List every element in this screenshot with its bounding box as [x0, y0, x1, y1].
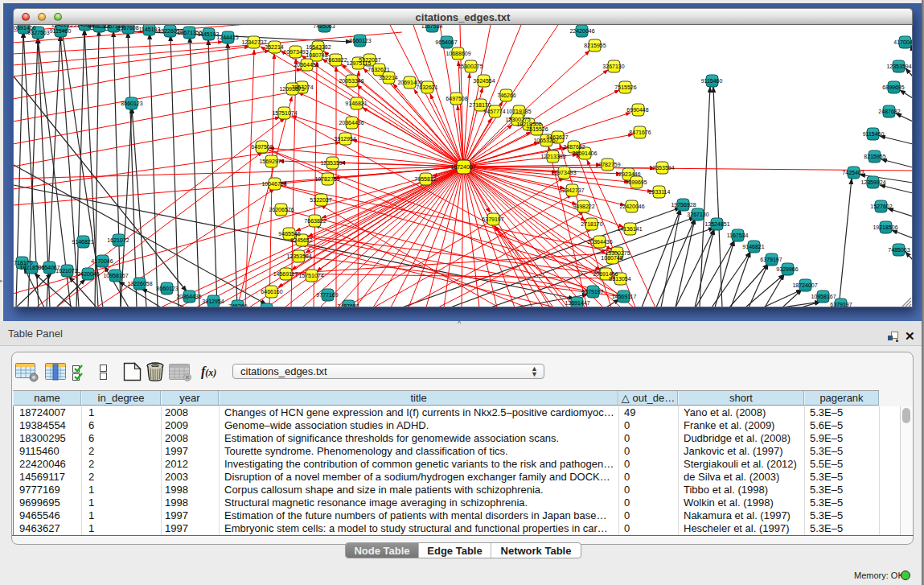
- svg-text:9457774: 9457774: [483, 109, 505, 114]
- svg-text:3267130: 3267130: [687, 212, 708, 217]
- svg-text:8471676: 8471676: [629, 130, 651, 135]
- svg-text:9115460: 9115460: [863, 131, 885, 137]
- svg-text:12353594: 12353594: [320, 160, 345, 166]
- svg-text:12342737: 12342737: [559, 187, 584, 193]
- svg-text:13226058: 13226058: [127, 281, 152, 286]
- svg-text:8660123: 8660123: [156, 286, 178, 291]
- svg-text:10782759: 10782759: [314, 176, 339, 182]
- svg-text:12359924: 12359924: [860, 179, 885, 185]
- svg-text:7663822: 7663822: [304, 218, 326, 224]
- svg-text:8660123: 8660123: [121, 101, 142, 106]
- svg-text:1080748: 1080748: [601, 255, 622, 261]
- svg-text:20691406: 20691406: [572, 150, 597, 156]
- svg-text:7425402: 7425402: [842, 170, 864, 175]
- svg-text:19756928: 19756928: [671, 202, 696, 208]
- svg-text:9465546: 9465546: [278, 231, 300, 237]
- svg-text:6379197: 6379197: [581, 289, 603, 295]
- svg-text:20364436: 20364436: [294, 62, 318, 68]
- svg-text:5322037: 5322037: [359, 57, 380, 63]
- svg-text:3912954: 3912954: [202, 299, 224, 304]
- svg-text:8215955: 8215955: [584, 43, 606, 48]
- svg-text:9146821: 9146821: [345, 101, 367, 106]
- svg-text:9115460: 9115460: [701, 78, 723, 84]
- svg-text:1621072: 1621072: [107, 237, 129, 243]
- svg-text:7485063: 7485063: [313, 25, 335, 29]
- svg-text:8813054: 8813054: [609, 276, 630, 282]
- svg-text:18724007: 18724007: [450, 164, 475, 170]
- svg-text:14569117: 14569117: [273, 271, 298, 277]
- svg-text:10046788: 10046788: [261, 181, 286, 187]
- svg-text:1621072: 1621072: [55, 268, 77, 274]
- svg-text:10973493: 10973493: [551, 170, 576, 175]
- svg-text:13524851: 13524851: [704, 221, 729, 227]
- svg-text:1244415: 1244415: [216, 35, 238, 40]
- svg-text:2718170: 2718170: [469, 102, 491, 108]
- svg-text:9463627: 9463627: [546, 134, 568, 140]
- svg-text:15692971: 15692971: [259, 159, 284, 164]
- svg-text:2487682: 2487682: [563, 144, 585, 150]
- svg-text:15751074: 15751074: [272, 110, 297, 116]
- svg-text:12353594: 12353594: [286, 253, 311, 259]
- svg-text:7515526: 7515526: [614, 84, 636, 90]
- svg-text:26206576: 26206576: [269, 207, 294, 212]
- svg-text:9654067: 9654067: [435, 39, 457, 45]
- svg-text:10782759: 10782759: [595, 162, 620, 167]
- svg-text:6899695: 6899695: [882, 84, 904, 90]
- svg-text:13691447: 13691447: [565, 300, 589, 306]
- svg-text:5322037: 5322037: [310, 197, 331, 203]
- svg-text:20364436: 20364436: [339, 120, 363, 126]
- svg-text:9327503: 9327503: [27, 30, 49, 35]
- svg-text:7515526: 7515526: [526, 126, 548, 132]
- svg-text:8660123: 8660123: [349, 38, 371, 43]
- svg-text:7632621: 7632621: [416, 84, 437, 90]
- svg-text:18724007: 18724007: [792, 282, 817, 288]
- svg-text:6379197: 6379197: [760, 257, 782, 262]
- svg-text:10958167: 10958167: [103, 273, 128, 278]
- svg-text:1527602: 1527602: [870, 204, 892, 209]
- svg-text:2367608: 2367608: [117, 25, 138, 31]
- svg-text:22420046: 22420046: [619, 204, 644, 209]
- svg-text:352214: 352214: [265, 44, 283, 50]
- svg-text:19218506: 19218506: [873, 225, 897, 230]
- svg-text:352214: 352214: [379, 75, 397, 80]
- svg-text:9329966: 9329966: [776, 266, 798, 272]
- svg-text:15300275: 15300275: [458, 64, 483, 69]
- svg-text:16543382: 16543382: [306, 44, 331, 50]
- svg-text:6497508: 6497508: [251, 144, 273, 150]
- svg-text:9245652: 9245652: [290, 237, 312, 243]
- svg-text:12923446: 12923446: [615, 171, 640, 177]
- svg-text:14136141: 14136141: [617, 226, 642, 232]
- svg-text:746266: 746266: [497, 93, 515, 98]
- svg-text:7663822: 7663822: [325, 57, 347, 63]
- svg-text:2718170: 2718170: [581, 221, 602, 227]
- svg-text:3912954: 3912954: [334, 136, 355, 142]
- svg-text:3267130: 3267130: [602, 64, 624, 69]
- svg-text:10719185: 10719185: [506, 109, 531, 114]
- svg-text:9699695: 9699695: [625, 179, 647, 185]
- svg-text:8215955: 8215955: [864, 154, 885, 159]
- svg-text:6379197: 6379197: [482, 216, 503, 222]
- svg-text:7485063: 7485063: [888, 247, 910, 253]
- svg-text:10973493: 10973493: [283, 49, 308, 55]
- svg-text:9115460: 9115460: [50, 28, 72, 34]
- svg-text:4170046: 4170046: [91, 258, 113, 264]
- svg-text:4170046: 4170046: [893, 39, 913, 45]
- svg-text:9777169: 9777169: [316, 292, 338, 298]
- svg-text:2487682: 2487682: [878, 109, 900, 114]
- svg-text:12213383: 12213383: [540, 154, 565, 159]
- svg-text:12353594: 12353594: [649, 165, 674, 171]
- svg-text:12093873: 12093873: [279, 86, 304, 92]
- svg-text:1167534: 1167534: [727, 233, 749, 238]
- svg-text:10958167: 10958167: [811, 294, 836, 299]
- svg-text:2420046: 2420046: [77, 271, 99, 277]
- svg-text:1145193: 1145193: [51, 25, 73, 27]
- svg-text:6990448: 6990448: [626, 107, 648, 113]
- svg-text:1167534: 1167534: [421, 25, 443, 29]
- svg-text:6497508: 6497508: [446, 96, 467, 101]
- svg-text:9146821: 9146821: [72, 239, 93, 245]
- svg-text:3024554: 3024554: [473, 78, 495, 84]
- svg-text:7955812: 7955812: [414, 176, 436, 182]
- svg-text:22420046: 22420046: [569, 28, 594, 34]
- svg-text:20364436: 20364436: [587, 239, 612, 245]
- svg-text:20364436: 20364436: [176, 294, 201, 299]
